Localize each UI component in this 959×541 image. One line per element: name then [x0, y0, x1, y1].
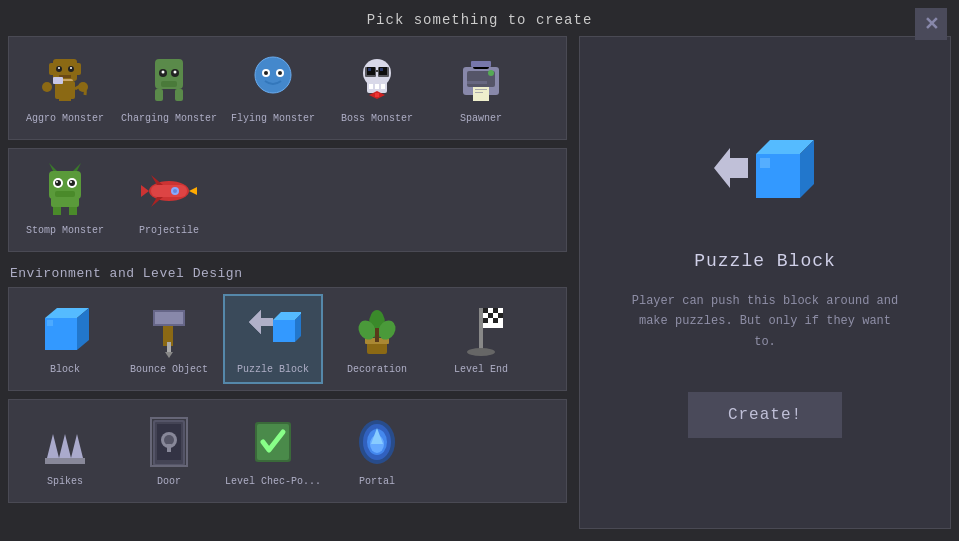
preview-icon	[705, 127, 825, 227]
boss-monster-icon	[347, 49, 407, 109]
puzzle-block-label: Puzzle Block	[237, 364, 309, 376]
svg-rect-63	[69, 207, 77, 215]
svg-rect-49	[475, 89, 487, 90]
item-spikes[interactable]: Spikes	[15, 406, 115, 496]
spikes-icon	[35, 412, 95, 472]
door-label: Door	[157, 476, 181, 488]
svg-rect-80	[155, 312, 183, 324]
charging-monster-label: Charging Monster	[121, 113, 217, 125]
item-decoration[interactable]: Decoration	[327, 294, 427, 384]
item-door[interactable]: Door	[119, 406, 219, 496]
decoration-label: Decoration	[347, 364, 407, 376]
portal-label: Portal	[359, 476, 395, 488]
aggro-monster-icon	[35, 49, 95, 109]
svg-point-9	[42, 82, 52, 92]
item-bounce-object[interactable]: Bounce Object	[119, 294, 219, 384]
svg-rect-50	[475, 92, 483, 93]
flying-monster-label: Flying Monster	[231, 113, 315, 125]
level-end-icon	[451, 300, 511, 360]
svg-rect-47	[471, 61, 491, 67]
item-level-end[interactable]: Level End	[431, 294, 531, 384]
svg-rect-40	[381, 84, 385, 89]
item-charging-monster[interactable]: Charging Monster	[119, 43, 219, 133]
svg-point-18	[162, 71, 165, 74]
svg-point-58	[56, 181, 58, 183]
svg-rect-77	[47, 320, 53, 326]
svg-point-57	[69, 180, 75, 186]
svg-rect-100	[483, 318, 488, 323]
svg-marker-70	[151, 197, 163, 207]
svg-marker-64	[49, 163, 57, 171]
svg-marker-103	[47, 434, 59, 458]
svg-rect-60	[55, 191, 75, 197]
svg-rect-38	[369, 84, 373, 89]
svg-marker-105	[71, 434, 83, 458]
svg-rect-36	[378, 67, 389, 77]
svg-marker-121	[714, 148, 748, 188]
item-puzzle-block[interactable]: Puzzle Block	[223, 294, 323, 384]
svg-point-6	[58, 67, 60, 69]
item-block[interactable]: Block	[15, 294, 115, 384]
charging-monster-icon	[139, 49, 199, 109]
svg-rect-13	[65, 89, 71, 101]
svg-rect-35	[365, 67, 376, 77]
item-projectile[interactable]: Projectile	[119, 155, 219, 245]
svg-point-59	[70, 181, 72, 183]
svg-marker-84	[249, 310, 273, 334]
bounce-object-label: Bounce Object	[130, 364, 208, 376]
decoration-icon	[347, 300, 407, 360]
stomp-monster-icon	[35, 161, 95, 221]
level-checkpoint-label: Level Chec-Po...	[225, 476, 321, 488]
svg-point-102	[467, 348, 495, 356]
preview-description: Player can push this block around and ma…	[625, 291, 905, 352]
item-level-checkpoint[interactable]: Level Chec-Po...	[223, 406, 323, 496]
enemies-grid-2: Stomp Monster	[8, 148, 567, 252]
svg-point-111	[164, 435, 174, 445]
svg-rect-97	[493, 308, 498, 313]
svg-point-73	[173, 189, 177, 193]
item-flying-monster[interactable]: Flying Monster	[223, 43, 323, 133]
svg-rect-14	[53, 77, 63, 84]
puzzle-block-icon	[243, 300, 303, 360]
environment-grid: Block Bounce Object	[8, 287, 567, 391]
misc-grid: Spikes	[8, 399, 567, 503]
door-icon	[139, 412, 199, 472]
environment-section-label: Environment and Level Design	[8, 260, 567, 287]
close-button[interactable]: ✕	[915, 8, 947, 40]
svg-rect-21	[155, 89, 163, 101]
svg-point-56	[55, 180, 61, 186]
item-aggro-monster[interactable]: Aggro Monster	[15, 43, 115, 133]
svg-point-51	[488, 70, 494, 76]
svg-rect-96	[483, 308, 488, 313]
svg-rect-22	[175, 89, 183, 101]
stomp-monster-label: Stomp Monster	[26, 225, 104, 237]
svg-rect-43	[375, 93, 379, 97]
item-portal[interactable]: Portal	[327, 406, 427, 496]
svg-rect-69	[151, 185, 187, 197]
svg-point-26	[264, 71, 268, 75]
svg-marker-68	[141, 185, 149, 197]
projectile-icon	[139, 161, 199, 221]
svg-rect-112	[167, 444, 171, 452]
title-bar: Pick something to create	[0, 0, 959, 36]
svg-rect-62	[53, 207, 61, 215]
spikes-label: Spikes	[47, 476, 83, 488]
flying-monster-icon	[243, 49, 303, 109]
preview-panel: Puzzle Block Player can push this block …	[579, 36, 951, 529]
svg-rect-94	[479, 308, 483, 352]
svg-rect-52	[467, 81, 487, 84]
svg-rect-125	[760, 158, 770, 168]
svg-rect-98	[488, 313, 493, 318]
block-icon	[35, 300, 95, 360]
svg-rect-61	[51, 197, 79, 207]
svg-rect-37	[376, 70, 378, 72]
projectile-label: Projectile	[139, 225, 199, 237]
svg-marker-67	[189, 187, 197, 195]
svg-rect-106	[45, 458, 85, 464]
spawner-label: Spawner	[460, 113, 502, 125]
item-stomp-monster[interactable]: Stomp Monster	[15, 155, 115, 245]
item-spawner[interactable]: Spawner	[431, 43, 531, 133]
create-button[interactable]: Create!	[688, 392, 842, 438]
item-boss-monster[interactable]: Boss Monster	[327, 43, 427, 133]
svg-marker-65	[73, 163, 81, 171]
